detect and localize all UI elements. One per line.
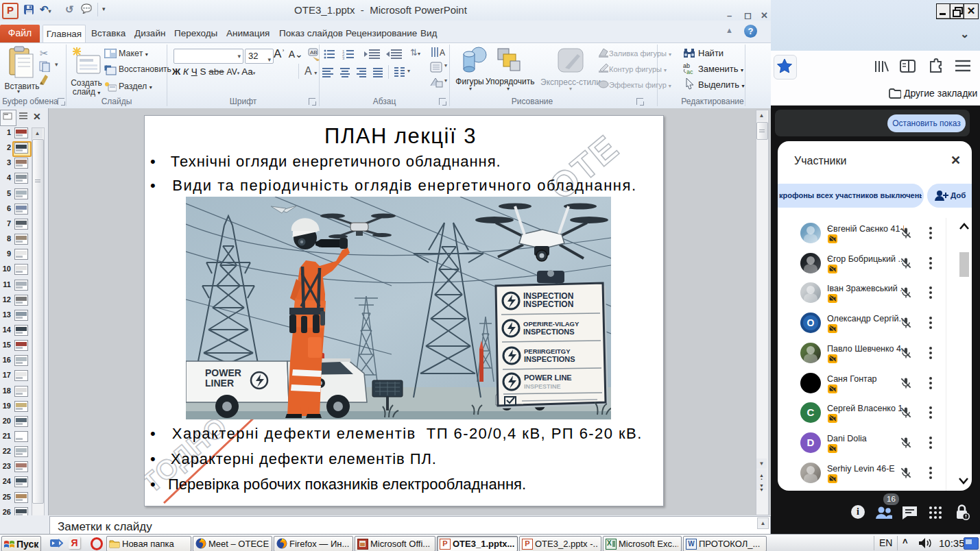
svg-text:POWER LINE: POWER LINE <box>524 374 572 382</box>
svg-text:A: A <box>440 48 445 58</box>
svg-text:INSPECTIONS: INSPECTIONS <box>524 355 575 363</box>
svg-text:LINER: LINER <box>205 378 234 389</box>
svg-text:ac: ac <box>686 69 693 75</box>
svg-text:PERIIRGEITGY: PERIIRGEITGY <box>524 347 571 355</box>
svg-text:INSPESTINE: INSPESTINE <box>524 383 561 390</box>
svg-text:POWER: POWER <box>205 367 241 378</box>
svg-text:INSPECTION: INSPECTION <box>523 299 573 309</box>
svg-text:AB: AB <box>310 49 318 56</box>
svg-text:INSPECTIONS: INSPECTIONS <box>523 328 575 336</box>
svg-text:OPERIRE-VILAGY: OPERIRE-VILAGY <box>523 320 579 328</box>
svg-text:3: 3 <box>342 56 345 60</box>
